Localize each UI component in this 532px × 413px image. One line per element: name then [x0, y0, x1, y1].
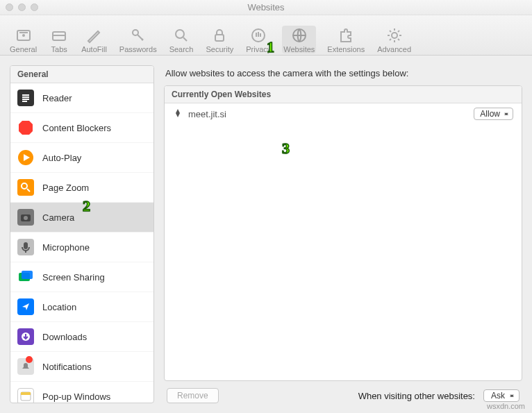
- sidebar-item-content-blockers[interactable]: Content Blockers: [10, 113, 153, 143]
- globe-icon: [290, 26, 309, 45]
- default-label: When visiting other websites:: [358, 391, 475, 401]
- site-host: meet.jit.si: [188, 109, 226, 119]
- svg-rect-17: [22, 271, 33, 279]
- site-row[interactable]: meet.jit.si Allow: [165, 103, 522, 124]
- sidebar-header: General: [10, 66, 153, 83]
- websites-panel: Currently Open Websites meet.jit.si Allo…: [164, 85, 522, 381]
- tab-security[interactable]: Security: [204, 26, 235, 53]
- sidebar-item-notifications[interactable]: Notifications: [10, 352, 153, 382]
- panel-bottombar: Remove When visiting other websites: Ask: [164, 381, 522, 403]
- window-icon: [17, 388, 34, 403]
- general-icon: [14, 26, 33, 45]
- tab-search[interactable]: Search: [168, 26, 195, 53]
- puzzle-icon: [336, 26, 356, 45]
- tab-tabs[interactable]: Tabs: [48, 26, 70, 53]
- tab-general[interactable]: General: [8, 26, 38, 53]
- hand-icon: [249, 26, 268, 45]
- svg-marker-9: [19, 121, 33, 135]
- watermark: wsxdn.com: [487, 402, 525, 410]
- search-icon: [172, 26, 191, 45]
- tab-websites[interactable]: Websites: [282, 26, 316, 53]
- sidebar-item-reader[interactable]: Reader: [10, 83, 153, 113]
- tab-passwords[interactable]: Passwords: [118, 26, 158, 53]
- autofill-icon: [84, 26, 103, 45]
- gear-icon: [385, 26, 404, 45]
- zoom-button[interactable]: [31, 3, 38, 11]
- microphone-icon: [17, 239, 34, 255]
- screens-icon: [17, 269, 34, 285]
- site-favicon-icon: [173, 108, 183, 120]
- sidebar-item-screen-sharing[interactable]: Screen Sharing: [10, 262, 153, 292]
- download-icon: [17, 328, 34, 345]
- sidebar-item-microphone[interactable]: Microphone: [10, 233, 153, 262]
- svg-point-4: [176, 30, 184, 38]
- tab-autofill[interactable]: AutoFill: [80, 26, 108, 53]
- panel-header: Currently Open Websites: [165, 86, 522, 103]
- svg-point-3: [133, 30, 138, 35]
- location-arrow-icon: [17, 298, 34, 315]
- svg-rect-15: [24, 242, 28, 249]
- settings-sidebar: General Reader Content Blockers Auto-Pla…: [10, 65, 154, 403]
- svg-point-12: [22, 183, 27, 189]
- sidebar-item-page-zoom[interactable]: Page Zoom: [10, 173, 153, 203]
- sidebar-item-auto-play[interactable]: Auto-Play: [10, 143, 153, 173]
- stop-icon: [17, 119, 34, 136]
- svg-point-1: [22, 34, 25, 37]
- zoom-icon: [17, 179, 34, 196]
- main-panel: Allow websites to access the camera with…: [164, 65, 522, 403]
- panel-description: Allow websites to access the camera with…: [164, 65, 522, 85]
- sidebar-item-downloads[interactable]: Downloads: [10, 322, 153, 352]
- close-button[interactable]: [6, 3, 13, 11]
- svg-point-8: [392, 33, 397, 38]
- preferences-toolbar: General Tabs AutoFill Passwords Search S…: [0, 15, 532, 56]
- tab-advanced[interactable]: Advanced: [376, 26, 413, 53]
- window-title: Websites: [247, 2, 284, 12]
- window-titlebar: Websites: [0, 0, 532, 15]
- sidebar-item-camera[interactable]: Camera: [10, 203, 153, 233]
- play-icon: [17, 149, 34, 166]
- svg-rect-5: [215, 35, 224, 41]
- key-icon: [128, 26, 148, 45]
- window-controls[interactable]: [6, 3, 38, 11]
- tab-privacy[interactable]: Privacy: [244, 26, 272, 53]
- remove-button[interactable]: Remove: [167, 388, 219, 403]
- site-permission-select[interactable]: Allow: [474, 108, 513, 120]
- svg-point-14: [24, 216, 28, 220]
- sidebar-item-location[interactable]: Location: [10, 292, 153, 322]
- minimize-button[interactable]: [18, 3, 26, 11]
- tab-extensions[interactable]: Extensions: [326, 26, 366, 53]
- sidebar-item-popup-windows[interactable]: Pop-up Windows: [10, 382, 153, 403]
- default-permission-select[interactable]: Ask: [483, 389, 519, 402]
- notification-badge: [26, 356, 33, 363]
- camera-icon: [17, 209, 34, 226]
- lock-icon: [210, 26, 229, 45]
- tabs-icon: [49, 26, 69, 45]
- svg-rect-20: [21, 392, 31, 395]
- reader-icon: [17, 90, 34, 106]
- content-area: General Reader Content Blockers Auto-Pla…: [0, 56, 532, 413]
